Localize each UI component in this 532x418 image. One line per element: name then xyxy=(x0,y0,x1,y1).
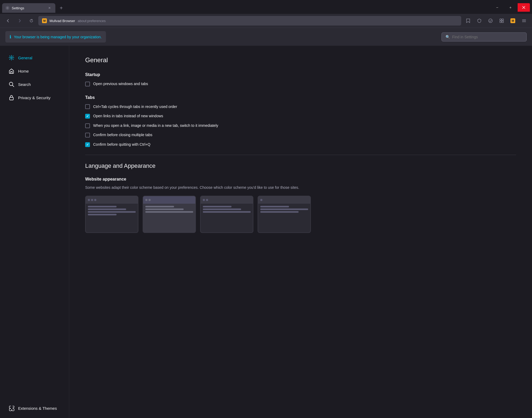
appearance-card-system[interactable] xyxy=(258,196,311,233)
settings-container: General Home Search xyxy=(0,46,532,418)
forward-button[interactable] xyxy=(15,16,24,26)
close-button[interactable] xyxy=(518,3,530,12)
window-controls: − + xyxy=(491,3,530,13)
sidebar-label-extensions: Extensions & Themes xyxy=(18,406,57,411)
sidebar-item-extensions[interactable]: Extensions & Themes xyxy=(2,402,67,414)
website-appearance-desc: Some websites adapt their color scheme b… xyxy=(85,185,516,190)
svg-rect-5 xyxy=(502,21,504,23)
tracking-protection-icon[interactable] xyxy=(486,16,495,26)
card-dot xyxy=(203,199,205,201)
confirm-close-label: Confirm before closing multiple tabs xyxy=(93,132,152,138)
card-line xyxy=(260,206,289,207)
card-line xyxy=(145,211,193,213)
ctrl-tab-checkbox[interactable] xyxy=(85,104,90,109)
card-header-auto xyxy=(86,196,138,204)
minimize-button[interactable]: − xyxy=(491,3,503,12)
sidebar: General Home Search xyxy=(0,46,69,418)
card-line xyxy=(88,206,117,207)
svg-point-1 xyxy=(489,19,492,23)
info-circle-icon: ℹ xyxy=(10,34,11,39)
page-title: General xyxy=(85,56,516,64)
confirm-quit-row: Confirm before quitting with Ctrl+Q xyxy=(85,142,516,147)
find-in-settings-input[interactable] xyxy=(452,35,523,39)
reload-button[interactable] xyxy=(27,16,36,26)
card-dot xyxy=(145,199,147,201)
maximize-button[interactable]: + xyxy=(504,3,517,12)
card-header-dark xyxy=(201,196,253,204)
bookmark-icon[interactable] xyxy=(463,16,473,26)
new-tab-button[interactable]: + xyxy=(56,3,66,13)
svg-text:M: M xyxy=(512,19,514,22)
svg-rect-13 xyxy=(10,97,13,100)
language-appearance-section: Language and Appearance Website appearan… xyxy=(85,162,516,233)
card-line xyxy=(203,208,241,210)
search-icon xyxy=(9,81,14,87)
card-dot xyxy=(94,199,96,201)
site-name: Mullvad Browser xyxy=(50,19,75,23)
switch-new-tab-checkbox[interactable] xyxy=(85,123,90,128)
card-body-system xyxy=(258,204,310,232)
svg-point-0 xyxy=(7,7,8,9)
open-previous-checkbox[interactable] xyxy=(85,82,90,86)
tab-title: Settings xyxy=(12,6,45,10)
sidebar-label-home: Home xyxy=(18,69,29,73)
card-dot xyxy=(260,199,262,201)
svg-rect-4 xyxy=(500,21,501,23)
settings-tab-icon xyxy=(5,6,10,10)
shield-icon[interactable] xyxy=(475,16,484,26)
nav-bar: M Mullvad Browser about:preferences xyxy=(0,14,532,28)
open-links-label: Open links in tabs instead of new window… xyxy=(93,114,163,119)
card-line xyxy=(88,211,136,213)
appearance-card-dark[interactable] xyxy=(200,196,253,233)
card-body-auto xyxy=(86,204,138,232)
open-links-checkbox[interactable] xyxy=(85,114,90,119)
site-logo: M xyxy=(42,18,47,23)
sidebar-item-home[interactable]: Home xyxy=(2,65,67,77)
main-content: General Startup Open previous windows an… xyxy=(69,46,532,418)
card-line xyxy=(260,208,308,210)
card-dot xyxy=(88,199,90,201)
section-divider xyxy=(85,155,516,155)
sidebar-label-search: Search xyxy=(18,82,31,87)
settings-tab[interactable]: Settings ✕ xyxy=(2,3,55,13)
language-appearance-title: Language and Appearance xyxy=(85,162,516,169)
menu-icon[interactable] xyxy=(519,16,529,26)
managed-info-message: ℹ Your browser is being managed by your … xyxy=(5,31,106,43)
svg-rect-3 xyxy=(502,19,504,20)
sidebar-item-search[interactable]: Search xyxy=(2,78,67,90)
switch-new-tab-label: When you open a link, image or media in … xyxy=(93,123,218,128)
confirm-quit-label: Confirm before quitting with Ctrl+Q xyxy=(93,142,150,147)
ctrl-tab-row: Ctrl+Tab cycles through tabs in recently… xyxy=(85,104,516,110)
extensions-icon[interactable] xyxy=(497,16,506,26)
confirm-close-checkbox[interactable] xyxy=(85,133,90,137)
svg-rect-2 xyxy=(500,19,501,20)
puzzle-icon xyxy=(9,405,14,411)
lock-icon xyxy=(9,95,14,101)
managed-info-text: Your browser is being managed by your or… xyxy=(14,35,102,39)
address-bar[interactable]: M Mullvad Browser about:preferences xyxy=(38,16,461,26)
card-dot xyxy=(206,199,208,201)
open-links-row: Open links in tabs instead of new window… xyxy=(85,114,516,119)
find-in-settings-bar[interactable]: 🔍 xyxy=(442,32,527,41)
card-line xyxy=(145,208,184,210)
appearance-cards xyxy=(85,196,516,233)
sidebar-item-general[interactable]: General xyxy=(2,52,67,64)
startup-title: Startup xyxy=(85,72,516,77)
card-line xyxy=(88,214,117,215)
back-button[interactable] xyxy=(3,16,13,26)
tab-close-button[interactable]: ✕ xyxy=(47,5,52,11)
card-line xyxy=(203,206,232,207)
open-previous-row: Open previous windows and tabs xyxy=(85,81,516,87)
card-header-system xyxy=(258,196,310,204)
appearance-card-auto[interactable] xyxy=(85,196,138,233)
appearance-card-light[interactable] xyxy=(143,196,196,233)
confirm-close-row: Confirm before closing multiple tabs xyxy=(85,132,516,138)
sidebar-item-privacy[interactable]: Privacy & Security xyxy=(2,91,67,104)
sidebar-label-general: General xyxy=(18,56,32,60)
confirm-quit-checkbox[interactable] xyxy=(85,142,90,147)
toolbar-icons: M xyxy=(463,16,529,26)
card-header-light xyxy=(143,196,195,204)
mullvad-extension-icon[interactable]: M xyxy=(508,16,518,26)
sidebar-item-support[interactable]: Mullvad Browser Support xyxy=(2,415,67,418)
card-body-dark xyxy=(201,204,253,232)
